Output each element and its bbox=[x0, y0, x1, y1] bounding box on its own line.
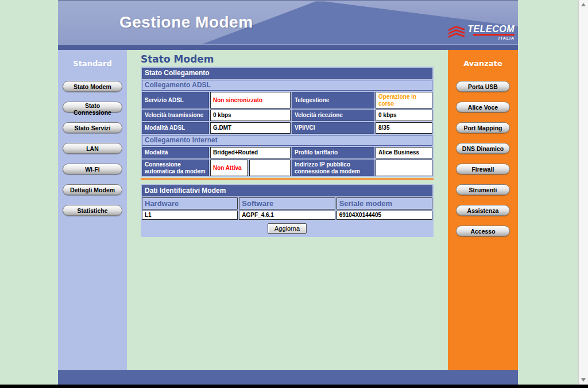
value-cell-seriale: 69104X0144405 bbox=[336, 211, 432, 220]
sidebar-button-accesso[interactable]: Accesso bbox=[456, 226, 510, 236]
sidebar-button-lan[interactable]: LAN bbox=[63, 143, 122, 154]
sidebar-button-port-mapping[interactable]: Port Mapping bbox=[456, 122, 510, 133]
table-row: Servizio ADSL Non sincronizzato Telegest… bbox=[142, 92, 432, 108]
value-cell-modalita: Bridged+Routed bbox=[210, 147, 291, 158]
column-header-seriale: Seriale modem bbox=[336, 197, 432, 209]
column-header-software: Software bbox=[239, 197, 335, 209]
table-header-row: Hardware Software Seriale modem bbox=[142, 197, 432, 209]
sidebar-button-dettagli-modem[interactable]: Dettagli Modem bbox=[63, 184, 122, 195]
sidebar-button-stato-modem[interactable]: Stato Modem bbox=[63, 81, 122, 92]
dati-identificativi-table: Dati Identificativi Modem Hardware Softw… bbox=[141, 184, 434, 237]
stato-collegamento-table: Stato Collegamento Collegamento ADSL Ser… bbox=[141, 67, 434, 177]
table-row: Modalità Bridged+Routed Profilo tariffar… bbox=[142, 147, 432, 158]
sidebar-standard: Standard Stato Modem Stato Connessione S… bbox=[58, 50, 127, 370]
vertical-scrollbar[interactable] bbox=[578, 0, 588, 385]
value-cell-telegestione: Operazione in corso bbox=[376, 92, 432, 108]
table-section-row: Stato Collegamento bbox=[142, 68, 432, 79]
sidebar-button-stato-connessione[interactable]: Stato Connessione bbox=[63, 102, 122, 112]
logo-brand: TELECOM bbox=[467, 25, 514, 33]
bottom-black-bar bbox=[0, 385, 588, 388]
label-cell: Velocità trasmissione bbox=[142, 110, 209, 121]
orange-separator bbox=[141, 178, 434, 180]
logo-country: ITALIA bbox=[498, 36, 514, 40]
section-header-dati-modem: Dati Identificativi Modem bbox=[142, 185, 432, 196]
button-row-cell: Aggiorna bbox=[142, 221, 432, 236]
section-header-collegamento-internet: Collegamento Internet bbox=[142, 135, 432, 146]
sidebar-avanzate-buttons: Porta USB Alice Voce Port Mapping DNS Di… bbox=[448, 81, 518, 236]
label-cell: Modalità ADSL bbox=[142, 122, 209, 134]
page-title: Stato Modem bbox=[141, 53, 448, 65]
value-cell-servizio-adsl: Non sincronizzato bbox=[210, 92, 291, 108]
button-row: Aggiorna bbox=[142, 221, 432, 236]
main-content: Stato Modem Stato Collegamento Collegame… bbox=[127, 50, 448, 370]
value-cell-hardware: L1 bbox=[142, 211, 238, 220]
value-cell-software: AGPF_4.6.1 bbox=[239, 211, 335, 220]
label-cell: Servizio ADSL bbox=[142, 92, 209, 108]
label-cell: Indirizzo IP pubblico connessione da mod… bbox=[292, 160, 374, 176]
table-row: Velocità trasmissione 0 kbps Velocità ri… bbox=[142, 110, 432, 121]
sidebar-avanzate: Avanzate Porta USB Alice Voce Port Mappi… bbox=[448, 50, 518, 370]
sidebar-button-wifi[interactable]: Wi-Fi bbox=[63, 164, 122, 174]
scrollbar-up-arrow-icon[interactable] bbox=[581, 3, 586, 6]
sidebar-button-assistenza[interactable]: Assistenza bbox=[456, 205, 510, 216]
app-title: Gestione Modem bbox=[119, 13, 253, 32]
value-cell-profilo-tariffario: Alice Business bbox=[376, 147, 432, 158]
aggiorna-button[interactable]: Aggiorna bbox=[268, 223, 307, 234]
section-header-collegamento-adsl: Collegamento ADSL bbox=[142, 80, 432, 91]
table-section-row: Collegamento ADSL bbox=[142, 80, 432, 91]
section-header-stato-collegamento: Stato Collegamento bbox=[142, 68, 432, 79]
table-section-row: Dati Identificativi Modem bbox=[142, 185, 432, 196]
sidebar-button-alice-voce[interactable]: Alice Voce bbox=[456, 102, 510, 112]
scrollbar-down-arrow-icon[interactable] bbox=[581, 378, 586, 382]
logo-red-bar bbox=[473, 34, 514, 36]
value-cell-velocita-trasmissione: 0 kbps bbox=[210, 110, 291, 121]
sidebar-standard-title: Standard bbox=[58, 50, 127, 68]
footer-bar bbox=[58, 370, 518, 385]
value-cell-velocita-ricezione: 0 kbps bbox=[376, 110, 432, 121]
telecom-italia-logo: TELECOM ITALIA bbox=[448, 25, 514, 40]
value-cell-modalita-adsl: G.DMT bbox=[210, 122, 291, 134]
value-cell-ip-pubblico bbox=[376, 160, 432, 176]
sidebar-standard-buttons: Stato Modem Stato Connessione Stato Serv… bbox=[58, 81, 127, 216]
label-cell: VPI/VCI bbox=[292, 122, 374, 134]
label-cell: Velocità ricezione bbox=[292, 110, 374, 121]
sidebar-button-firewall[interactable]: Firewall bbox=[456, 164, 510, 174]
sidebar-button-stato-servizi[interactable]: Stato Servizi bbox=[63, 122, 122, 133]
banner-bottom-strip bbox=[58, 44, 518, 50]
sidebar-button-statistiche[interactable]: Statistiche bbox=[63, 205, 122, 216]
table-row: Connessione automatica da modem Non Atti… bbox=[142, 160, 432, 176]
logo-text: TELECOM ITALIA bbox=[467, 25, 514, 40]
sidebar-button-strumenti[interactable]: Strumenti bbox=[456, 184, 510, 195]
telecom-stripes-icon bbox=[448, 25, 466, 38]
sidebar-button-porta-usb[interactable]: Porta USB bbox=[456, 81, 510, 92]
table-section-row: Collegamento Internet bbox=[142, 135, 432, 146]
value-cell-empty bbox=[249, 160, 291, 176]
column-header-hardware: Hardware bbox=[142, 197, 238, 209]
value-cell-connessione-automatica: Non Attiva bbox=[210, 160, 248, 176]
table-row: Modalità ADSL G.DMT VPI/VCI 8/35 bbox=[142, 122, 432, 134]
header-banner: Gestione Modem TELECOM ITALIA bbox=[58, 0, 518, 45]
sidebar-avanzate-title: Avanzate bbox=[448, 50, 518, 68]
table-row: L1 AGPF_4.6.1 69104X0144405 bbox=[142, 211, 432, 220]
label-cell: Telegestione bbox=[292, 92, 374, 108]
value-cell-vpi-vci: 8/35 bbox=[376, 122, 432, 134]
label-cell: Profilo tariffario bbox=[292, 147, 374, 158]
sidebar-button-dns-dinamico[interactable]: DNS Dinamico bbox=[456, 143, 510, 154]
label-cell: Connessione automatica da modem bbox=[142, 160, 209, 176]
label-cell: Modalità bbox=[142, 147, 209, 158]
